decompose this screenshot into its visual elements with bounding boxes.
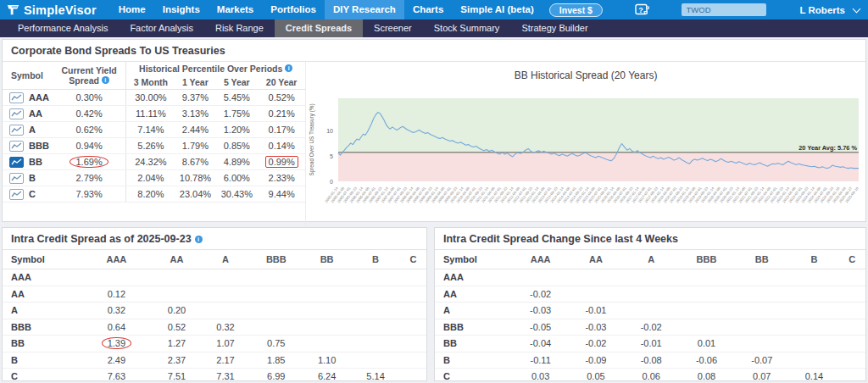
top-nav-item-diy-research[interactable]: DIY Research (325, 0, 404, 19)
column-header-bb: BB (303, 250, 351, 269)
sub-nav-item-risk-range[interactable]: Risk Range (204, 19, 275, 37)
symbol-label: C (3, 369, 81, 383)
value-cell (568, 286, 623, 303)
value-cell: 1.27 (153, 336, 201, 352)
symbol-label: B (435, 352, 513, 369)
corporate-bond-spreads-panel: Corporate Bond Spreads To US Treasuries … (2, 39, 866, 222)
value-cell (250, 319, 303, 336)
value-cell: 0.07 (734, 369, 789, 383)
spread-table-row[interactable]: AAA 0.30%30.00%9.37%5.45%0.52% (3, 90, 305, 106)
user-name[interactable]: L Roberts (800, 5, 845, 15)
table-row: AA0.12 (3, 286, 426, 303)
value-cell (351, 336, 399, 352)
top-nav-item-insights[interactable]: Insights (154, 0, 209, 19)
invest-button[interactable]: Invest $ (549, 3, 603, 17)
column-header-aaa: AAA (81, 250, 153, 269)
spread-table-row[interactable]: BB 1.69%24.32%8.67%4.89%0.99% (3, 154, 305, 170)
value-cell (624, 303, 679, 319)
spread-table-row[interactable]: A 0.62%7.14%2.44%1.20%0.17% (3, 122, 305, 138)
value-cell (153, 269, 201, 286)
top-nav-item-home[interactable]: Home (110, 0, 154, 19)
sub-nav-item-factor-analysis[interactable]: Factor Analysis (119, 19, 204, 37)
value-cell (513, 269, 568, 286)
value-cell: 2.37 (153, 352, 201, 369)
value-cell: 2.49 (81, 352, 153, 369)
percentile-cell: 30.00% (126, 90, 175, 106)
help-icon[interactable]: ? (633, 3, 650, 16)
top-nav-item-charts[interactable]: Charts (404, 0, 452, 19)
symbol-label: A (3, 303, 81, 319)
percentile-cell: 7.14% (126, 122, 175, 138)
value-cell (838, 286, 865, 303)
brand[interactable]: SimpleVisor (7, 3, 97, 17)
column-header-symbol: Symbol (3, 250, 81, 269)
spread-line-chart[interactable]: 0510Spread Over US Treasury (%)20 Year A… (306, 81, 865, 225)
value-cell (400, 269, 426, 286)
sub-nav-item-credit-spreads[interactable]: Credit Spreads (275, 19, 363, 37)
value-cell: 0.08 (679, 369, 734, 383)
percentile-cell: 5.26% (126, 138, 175, 154)
column-header-5-year: 5 Year (215, 75, 258, 90)
sub-nav-item-screener[interactable]: Screener (363, 19, 423, 37)
chart-line-icon[interactable] (9, 92, 24, 103)
value-cell: -0.03 (568, 319, 623, 336)
value-cell: 0.06 (624, 369, 679, 383)
svg-text:5: 5 (330, 153, 333, 159)
percentile-cell: 0.21% (258, 106, 305, 122)
table-row: BB1.391.271.070.75 (3, 336, 426, 352)
value-cell: 0.03 (513, 369, 568, 383)
top-nav-item-portfolios[interactable]: Portfolios (262, 0, 325, 19)
value-cell (303, 336, 351, 352)
value-cell (789, 303, 838, 319)
intra-credit-change-panel: Intra Credit Spread Change Since last 4 … (434, 227, 866, 381)
chart-line-icon[interactable] (9, 141, 24, 152)
chart-line-icon[interactable] (9, 189, 24, 200)
current-spread-cell: 1.69% (53, 154, 126, 170)
spread-table-row[interactable]: B 2.79%2.04%10.78%6.00%2.33% (3, 170, 305, 186)
percentile-cell: 1.75% (215, 106, 258, 122)
panel-title-text: Corporate Bond Spreads To US Treasuries (11, 45, 225, 57)
spread-table-row[interactable]: BBB 0.94%5.26%1.79%0.85%0.14% (3, 138, 305, 154)
column-header-aaa: AAA (513, 250, 568, 269)
symbol-label: AA (435, 286, 513, 303)
top-nav-item-markets[interactable]: Markets (209, 0, 262, 19)
value-cell (838, 269, 865, 286)
value-cell (250, 269, 303, 286)
chart-line-icon[interactable] (9, 173, 24, 184)
svg-text:10: 10 (326, 128, 333, 134)
panel-title: Corporate Bond Spreads To US Treasuries (3, 40, 865, 62)
ticker-search-input[interactable] (682, 3, 766, 16)
value-cell (838, 319, 865, 336)
chevron-down-icon[interactable] (853, 4, 861, 13)
info-icon[interactable]: i (285, 64, 292, 72)
info-icon[interactable]: i (102, 76, 109, 84)
info-icon[interactable]: i (195, 236, 203, 243)
chart-line-icon-selected[interactable] (9, 157, 24, 168)
symbol-label: BBB (435, 319, 513, 336)
chart-line-icon[interactable] (9, 108, 24, 119)
top-nav-items: HomeInsightsMarketsPortfoliosDIY Researc… (110, 0, 542, 19)
value-cell (789, 269, 838, 286)
column-header-c: C (400, 250, 426, 269)
value-cell: -0.08 (624, 352, 679, 369)
sub-nav-item-strategy-builder[interactable]: Strategy Builder (510, 19, 598, 37)
table-row: A0.320.20 (3, 303, 426, 319)
spread-table-row[interactable]: AA 0.42%11.11%3.13%1.75%0.21% (3, 106, 305, 122)
column-header-bb: BB (734, 250, 789, 269)
sub-nav-item-performance-analysis[interactable]: Performance Analysis (7, 19, 119, 37)
value-cell (400, 286, 426, 303)
column-header-bbb: BBB (250, 250, 303, 269)
symbol-label: C (29, 189, 36, 199)
column-header-a: A (624, 250, 679, 269)
chart-line-icon[interactable] (9, 125, 24, 136)
intra-change-title: Intra Credit Spread Change Since last 4 … (435, 228, 865, 250)
column-header-b: B (351, 250, 399, 269)
top-nav-item-simple-ai-beta-[interactable]: Simple AI (beta) (452, 0, 542, 19)
value-cell (679, 286, 734, 303)
table-row: C7.637.517.316.996.245.14 (3, 369, 426, 383)
column-header-historical-percentile: Historical Percentile Over Periods i (126, 62, 305, 75)
spread-table-row[interactable]: C 7.93%8.20%23.04%30.43%9.44% (3, 186, 305, 203)
symbol-label: BB (3, 336, 81, 352)
sub-nav-item-stock-summary[interactable]: Stock Summary (423, 19, 511, 37)
sub-navigation-bar: Performance AnalysisFactor AnalysisRisk … (0, 19, 868, 37)
